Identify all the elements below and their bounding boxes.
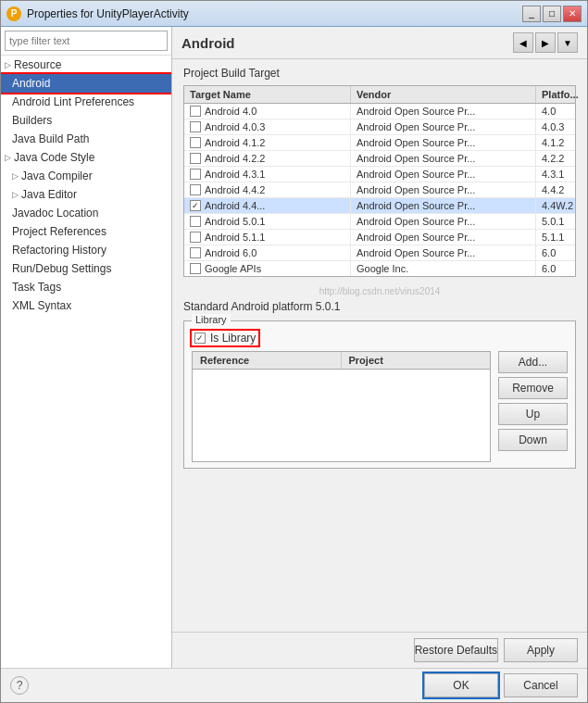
sidebar-item-refactoring[interactable]: Refactoring History bbox=[1, 241, 171, 259]
cell-platform: 4.4.2 bbox=[536, 182, 587, 197]
cell-platform: 4.3.1 bbox=[536, 167, 587, 182]
cell-name: Android 4.4.2 bbox=[184, 182, 351, 197]
sidebar-item-android[interactable]: Android bbox=[1, 74, 171, 93]
row-checkbox[interactable] bbox=[190, 121, 201, 132]
main-window: P Properties for UnityPlayerActivity _ □… bbox=[0, 0, 588, 703]
panel-title: Android bbox=[181, 35, 513, 51]
cell-vendor: Android Open Source Pr... bbox=[351, 198, 536, 213]
cell-platform: 4.2.2 bbox=[536, 151, 587, 166]
ref-col-project: Project bbox=[342, 352, 491, 369]
sidebar-item-java-compiler[interactable]: ▷ Java Compiler bbox=[1, 167, 171, 185]
library-legend: Library bbox=[192, 314, 231, 325]
sidebar-item-label: XML Syntax bbox=[12, 299, 71, 312]
up-button[interactable]: Up bbox=[498, 403, 568, 425]
build-target-label: Project Build Target bbox=[183, 67, 576, 80]
cell-vendor: Android Open Source Pr... bbox=[351, 245, 536, 260]
row-checkbox[interactable] bbox=[190, 106, 201, 117]
col-header-platform: Platfo... bbox=[536, 86, 587, 103]
table-row: Android 4.2.2 Android Open Source Pr... … bbox=[184, 151, 575, 167]
table-row: Android 5.1.1 Android Open Source Pr... … bbox=[184, 230, 575, 245]
table-row: Android 4.0 Android Open Source Pr... 4.… bbox=[184, 104, 575, 119]
nav-forward-button[interactable]: ▶ bbox=[535, 32, 556, 53]
row-checkbox[interactable] bbox=[190, 169, 201, 180]
cell-vendor: Android Open Source Pr... bbox=[351, 167, 536, 182]
ref-table-header: Reference Project bbox=[193, 352, 490, 370]
restore-defaults-button[interactable]: Restore Defaults bbox=[414, 638, 498, 662]
minimize-button[interactable]: _ bbox=[522, 6, 541, 22]
cell-vendor: Android Open Source Pr... bbox=[351, 214, 536, 229]
sidebar-item-builders[interactable]: Builders bbox=[1, 111, 171, 130]
expand-arrow: ▷ bbox=[5, 60, 11, 69]
table-header-row: Target Name Vendor Platfo... AP... bbox=[184, 86, 575, 104]
title-bar: P Properties for UnityPlayerActivity _ □… bbox=[1, 1, 587, 27]
side-buttons: Add... Remove Up Down bbox=[498, 351, 568, 462]
help-button[interactable]: ? bbox=[10, 676, 29, 695]
sidebar-item-project-refs[interactable]: Project References bbox=[1, 222, 171, 241]
sidebar-item-label: Java Code Style bbox=[14, 151, 94, 164]
sidebar-item-run-debug[interactable]: Run/Debug Settings bbox=[1, 259, 171, 278]
sidebar-item-resource[interactable]: ▷ Resource bbox=[1, 56, 171, 74]
apply-button[interactable]: Apply bbox=[504, 638, 578, 662]
sidebar-item-xml-syntax[interactable]: XML Syntax bbox=[1, 296, 171, 315]
expand-arrow: ▷ bbox=[12, 171, 19, 181]
down-button[interactable]: Down bbox=[498, 429, 568, 451]
nav-buttons: ◀ ▶ ▼ bbox=[513, 32, 578, 53]
ok-button[interactable]: OK bbox=[424, 673, 498, 697]
is-library-checkbox[interactable] bbox=[194, 333, 206, 344]
table-row: Android 5.0.1 Android Open Source Pr... … bbox=[184, 214, 575, 230]
sidebar-item-label: Builders bbox=[12, 114, 52, 127]
sidebar-item-label: Refactoring History bbox=[12, 244, 106, 257]
sidebar-item-label: Project References bbox=[12, 225, 106, 238]
filter-input[interactable] bbox=[5, 31, 168, 51]
row-checkbox[interactable] bbox=[190, 232, 201, 243]
maximize-button[interactable]: □ bbox=[543, 6, 561, 22]
cell-vendor: Android Open Source Pr... bbox=[351, 230, 536, 245]
nav-dropdown-button[interactable]: ▼ bbox=[557, 32, 578, 53]
cell-name: Android 4.4... bbox=[184, 198, 351, 213]
col-header-vendor: Vendor bbox=[351, 86, 536, 103]
sidebar-item-label: Java Editor bbox=[21, 188, 77, 201]
cell-vendor: Android Open Source Pr... bbox=[351, 182, 536, 197]
window-title: Properties for UnityPlayerActivity bbox=[27, 7, 522, 20]
sidebar-item-java-code-style[interactable]: ▷ Java Code Style bbox=[1, 148, 171, 167]
sidebar-item-label: Java Compiler bbox=[21, 169, 93, 182]
ref-col-reference: Reference bbox=[193, 352, 342, 369]
cancel-button[interactable]: Cancel bbox=[504, 673, 578, 697]
remove-button[interactable]: Remove bbox=[498, 377, 568, 399]
build-target-table: Target Name Vendor Platfo... AP... Andro… bbox=[183, 85, 576, 277]
cell-platform: 5.0.1 bbox=[536, 214, 587, 229]
sidebar-item-label: Android Lint Preferences bbox=[12, 95, 134, 108]
sidebar-item-java-editor[interactable]: ▷ Java Editor bbox=[1, 185, 171, 204]
close-button[interactable]: ✕ bbox=[563, 6, 582, 22]
sidebar-item-label: Java Build Path bbox=[12, 132, 89, 145]
row-checkbox[interactable] bbox=[190, 184, 201, 195]
sidebar-item-javadoc[interactable]: Javadoc Location bbox=[1, 204, 171, 222]
nav-back-button[interactable]: ◀ bbox=[513, 32, 533, 53]
expand-arrow: ▷ bbox=[12, 190, 19, 199]
add-button[interactable]: Add... bbox=[498, 351, 568, 373]
main-header: Android ◀ ▶ ▼ bbox=[172, 27, 587, 59]
sidebar-item-label: Run/Debug Settings bbox=[12, 262, 111, 275]
main-panel: Android ◀ ▶ ▼ Project Build Target Targe… bbox=[172, 27, 587, 668]
sidebar-item-task-tags[interactable]: Task Tags bbox=[1, 278, 171, 296]
cell-platform: 4.1.2 bbox=[536, 135, 587, 150]
dialog-footer: ? OK Cancel bbox=[1, 668, 587, 702]
row-checkbox[interactable] bbox=[190, 153, 201, 164]
sidebar-item-java-build-path[interactable]: Java Build Path bbox=[1, 130, 171, 148]
row-checkbox[interactable] bbox=[190, 200, 201, 211]
row-checkbox[interactable] bbox=[190, 216, 201, 227]
library-group: Library Is Library Reference Project bbox=[183, 320, 576, 469]
cell-vendor: Android Open Source Pr... bbox=[351, 135, 536, 150]
reference-table: Reference Project bbox=[192, 351, 491, 462]
row-checkbox[interactable] bbox=[190, 263, 201, 274]
cell-name: Android 4.0.3 bbox=[184, 119, 351, 134]
col-header-target: Target Name bbox=[184, 86, 351, 103]
row-checkbox[interactable] bbox=[190, 137, 201, 148]
sidebar-item-android-lint[interactable]: Android Lint Preferences bbox=[1, 93, 171, 111]
cell-vendor: Android Open Source Pr... bbox=[351, 151, 536, 166]
cell-platform: 4.0.3 bbox=[536, 119, 587, 134]
sidebar: ▷ Resource Android Android Lint Preferen… bbox=[1, 27, 172, 668]
content-area: ▷ Resource Android Android Lint Preferen… bbox=[1, 27, 587, 668]
sidebar-item-label: Resource bbox=[14, 58, 61, 71]
row-checkbox[interactable] bbox=[190, 247, 201, 258]
